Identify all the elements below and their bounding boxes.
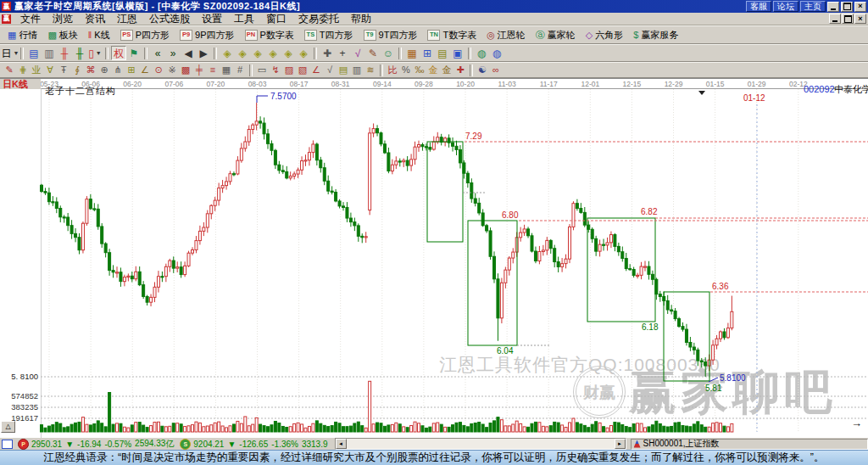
tool-zoom-horizontal-icon[interactable]: ◈ xyxy=(250,46,265,60)
tool-adjust-rights-icon[interactable]: 权 xyxy=(111,46,126,60)
tool-infinity-tool-icon[interactable]: ∞ xyxy=(489,64,503,76)
toolbar-9p-square-button[interactable]: P99P四方形 xyxy=(175,27,239,42)
mdi-close-button[interactable]: × xyxy=(854,14,866,24)
quotes-grid-icon[interactable] xyxy=(2,440,13,449)
tool-target-circle-tool-icon[interactable]: ⊙ xyxy=(152,64,165,76)
tool-vlines-tool-icon[interactable]: ▥ xyxy=(350,64,364,76)
pane-collapse-button[interactable]: △ xyxy=(1,421,15,433)
toolbar-sectors-button[interactable]: ▩板块 xyxy=(42,27,82,42)
toolbar-gann-wheel-button[interactable]: ◎江恩轮 xyxy=(481,27,531,42)
chart-scroll-right-icon[interactable]: → xyxy=(851,417,862,429)
scroll-right-arrow-icon[interactable]: ► xyxy=(615,439,626,449)
tool-spiral-tool-icon[interactable]: ∮ xyxy=(70,64,84,76)
tool-zoom-out-icon[interactable]: ◈ xyxy=(235,46,250,60)
toolbar-hexagon-button[interactable]: ◇六角形 xyxy=(581,27,628,42)
minimize-button[interactable] xyxy=(827,2,839,12)
tool-t-line-tool-icon[interactable]: Ŧ xyxy=(57,64,70,76)
tool-memo-icon[interactable]: ▤ xyxy=(435,46,450,60)
menu-item-资讯[interactable]: 资讯 xyxy=(79,13,111,25)
menu-item-交易委托[interactable]: 交易委托 xyxy=(292,13,345,25)
tool-save-icon[interactable]: ▣ xyxy=(450,46,465,60)
tool-flag-marker-icon[interactable]: ⚑ xyxy=(126,46,142,60)
tool-kline-style-a-icon[interactable]: ╫ xyxy=(57,46,72,60)
tool-download-pc-icon[interactable]: ◍ xyxy=(489,46,504,60)
tool-hlines-tool-icon[interactable]: ▤ xyxy=(337,64,350,76)
toolbar-p-square-button[interactable]: PSP四方形 xyxy=(115,27,175,42)
tool-first-page-icon[interactable]: « xyxy=(150,46,165,60)
tool-waves-tool-icon[interactable]: ≋ xyxy=(364,64,377,76)
toolbar-quotes-button[interactable]: ▦行情 xyxy=(3,27,42,42)
toolbar-kline-button[interactable]: ‖K线 xyxy=(83,27,115,42)
tool-zoom-full-icon[interactable]: ◈ xyxy=(296,46,311,60)
toolbar-t-number-table-button[interactable]: TNT数字表 xyxy=(422,27,481,42)
tool-crosshair-icon[interactable]: + xyxy=(335,46,350,60)
tool-zoom-vertical-icon[interactable]: ◈ xyxy=(265,46,281,60)
toolbar-p-number-table-button[interactable]: PNP数字表 xyxy=(240,27,299,42)
tool-circle-cross-tool-icon[interactable]: ⊕ xyxy=(97,64,111,76)
tool-last-page-icon[interactable]: » xyxy=(165,46,181,60)
tool-ladder-tool-icon[interactable]: ╪ xyxy=(192,64,206,76)
tool-next-bar-icon[interactable]: ▶ xyxy=(196,46,211,60)
tool-pencil-tool-icon[interactable]: ✎ xyxy=(3,64,16,76)
tool-fork-tool-icon[interactable]: ⋔ xyxy=(111,64,125,76)
candlestick-chart-canvas[interactable]: 05-2306-0606-2007-0607-2008-0308-1708-31… xyxy=(0,79,868,438)
tool-check-lines-tool-icon[interactable]: √ xyxy=(323,64,337,76)
menu-item-公式选股[interactable]: 公式选股 xyxy=(143,13,196,25)
menu-item-窗口[interactable]: 窗口 xyxy=(260,13,292,25)
tool-period-day-icon[interactable]: 日▼ xyxy=(3,46,18,60)
tool-fan-lines-tool-icon[interactable]: ↯ xyxy=(269,64,282,76)
tool-info-view-icon[interactable]: ▥ xyxy=(42,46,57,60)
tool-yinyang-tool-icon[interactable]: ☯ xyxy=(476,64,489,76)
toolbar-9t-square-button[interactable]: T99T四方形 xyxy=(359,27,423,42)
tool-permille-tool-icon[interactable]: ‰ xyxy=(413,64,426,76)
tool-rect-tool-icon[interactable]: ▭ xyxy=(255,64,269,76)
tool-golden-box-tool-icon[interactable]: 金 xyxy=(440,64,453,76)
tool-zoom-in-icon[interactable]: ◈ xyxy=(281,46,296,60)
menu-item-帮助[interactable]: 帮助 xyxy=(345,13,377,25)
tool-calendar-icon[interactable]: ▦ xyxy=(404,46,420,60)
support-button[interactable]: 客服 xyxy=(746,1,771,12)
tool-pin-tool-icon[interactable]: ✚ xyxy=(453,64,467,76)
tool-mesh-tool-icon[interactable]: ▦ xyxy=(220,64,233,76)
tool-shade-box-tool-icon[interactable]: ▩ xyxy=(179,64,192,76)
tool-calculator-icon[interactable]: ⊞ xyxy=(420,46,435,60)
tool-pan-hand-icon[interactable]: ✚ xyxy=(320,46,335,60)
toolbar-winner-wheel-button[interactable]: ⓐ赢家轮 xyxy=(531,27,581,42)
mdi-restore-button[interactable] xyxy=(842,14,854,24)
tool-stat-tool-icon[interactable]: √ xyxy=(350,46,365,60)
tool-trend-angle-tool-icon[interactable]: ∠ xyxy=(309,64,323,76)
menu-item-设置[interactable]: 设置 xyxy=(196,13,228,25)
tool-angle-tool-icon[interactable]: ∠ xyxy=(138,64,152,76)
tool-gann-fan-up-icon[interactable]: 业 xyxy=(30,64,43,76)
tool-hash-tool-icon[interactable]: # xyxy=(233,64,247,76)
tool-percent-tool-icon[interactable]: % xyxy=(399,64,413,76)
tool-board-view-icon[interactable]: ▤ xyxy=(26,46,42,60)
tool-square-grid-tool-icon[interactable]: ⊞ xyxy=(125,64,138,76)
tool-ratio-tool-icon[interactable]: 比 xyxy=(386,64,399,76)
mdi-minimize-button[interactable] xyxy=(829,14,841,24)
restore-button[interactable] xyxy=(841,2,853,12)
tool-emotion-tool-icon[interactable]: ☺ xyxy=(381,46,396,60)
toolbar-winner-service-button[interactable]: $赢家服务 xyxy=(628,27,683,42)
tool-grid-tool-icon[interactable]: ⋕ xyxy=(16,64,30,76)
tool-golden-section-tool-icon[interactable]: 金 xyxy=(426,64,440,76)
tool-hatch-box-tool-icon[interactable]: ▨ xyxy=(282,64,296,76)
scroll-left-arrow-icon[interactable]: ◄ xyxy=(336,439,347,449)
tool-kline-style-b-icon[interactable]: ╫ xyxy=(72,46,87,60)
tool-hatch-box2-tool-icon[interactable]: ▧ xyxy=(296,64,309,76)
menu-item-工具[interactable]: 工具 xyxy=(228,13,260,25)
tool-compass-tool-icon[interactable]: ⌘ xyxy=(84,64,97,76)
tool-prev-bar-icon[interactable]: ◀ xyxy=(181,46,196,60)
forum-button[interactable]: 论坛 xyxy=(773,1,798,12)
toolbar-t-square-button[interactable]: TST四方形 xyxy=(299,27,359,42)
tool-rows-tool-icon[interactable]: ≡ xyxy=(206,64,220,76)
menu-item-文件[interactable]: 文件 xyxy=(14,13,47,25)
home-button[interactable]: 主页 xyxy=(800,1,826,12)
horizontal-scrollbar[interactable]: ◄ ► xyxy=(335,438,626,450)
tool-star-grid-tool-icon[interactable]: ※ xyxy=(165,64,179,76)
tool-gann-fan-down-icon[interactable]: ∀ xyxy=(43,64,57,76)
tool-candle-type-icon[interactable]: ▯▼ xyxy=(87,46,103,60)
close-button[interactable]: × xyxy=(854,2,866,12)
menu-item-浏览[interactable]: 浏览 xyxy=(47,13,79,25)
tool-download-data-icon[interactable]: ◍ xyxy=(474,46,489,60)
